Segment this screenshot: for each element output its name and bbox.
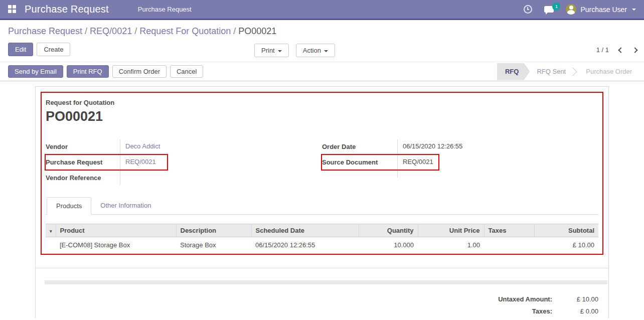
source-document-value: REQ/0021	[397, 155, 439, 170]
print-dropdown-button[interactable]: Print	[254, 44, 289, 57]
navbar-menu-purchase-request[interactable]: Purchase Request	[138, 6, 192, 13]
cancel-button[interactable]: Cancel	[170, 65, 203, 78]
caret-down-icon	[278, 50, 282, 52]
confirm-order-button[interactable]: Confirm Order	[112, 65, 167, 78]
cell-unit-price: 1.00	[418, 237, 484, 253]
field-vendor: Vendor Deco Addict	[46, 139, 322, 154]
statusbar: Send by Email Print RFQ Confirm Order Ca…	[0, 62, 644, 81]
field-vendor-reference: Vendor Reference	[46, 171, 322, 185]
cell-scheduled-date: 06/15/2020 12:26:55	[251, 237, 359, 253]
create-button[interactable]: Create	[37, 43, 70, 56]
breadcrumb-current: PO00021	[238, 26, 276, 36]
caret-down-icon: ▾	[50, 229, 52, 234]
apps-menu-icon[interactable]	[8, 5, 17, 14]
step-chevron-icon	[569, 67, 577, 76]
document-type-label: Request for Quotation	[46, 99, 598, 106]
vendor-reference-label: Vendor Reference	[46, 174, 120, 182]
column-product[interactable]: Product	[56, 224, 176, 237]
table-header-row: ▾ Product Description Scheduled Date Qua…	[46, 224, 598, 237]
pager-counter: 1 / 1	[596, 46, 609, 54]
send-by-email-button[interactable]: Send by Email	[8, 65, 63, 78]
breadcrumb-separator	[82, 26, 90, 36]
column-taxes[interactable]: Taxes	[484, 224, 534, 237]
print-rfq-button[interactable]: Print RFQ	[67, 65, 109, 78]
column-subtotal[interactable]: Subtotal	[534, 224, 598, 237]
total-taxes: Taxes: £ 0.00	[36, 307, 598, 315]
print-label: Print	[261, 47, 275, 54]
column-description[interactable]: Description	[176, 224, 251, 237]
messages-button[interactable]: 1	[544, 6, 554, 13]
cell-quantity: 10.000	[359, 237, 418, 253]
breadcrumb-purchase-request[interactable]: Purchase Request	[8, 26, 82, 36]
vendor-reference-value	[120, 171, 322, 185]
message-count-badge: 1	[552, 3, 560, 11]
user-avatar	[566, 4, 576, 15]
breadcrumb-separator	[132, 26, 139, 36]
annotation-highlight-sheet: Request for Quotation PO00021 Vendor Dec…	[41, 92, 603, 255]
taxes-label: Taxes:	[532, 307, 552, 315]
column-quantity[interactable]: Quantity	[359, 224, 418, 237]
edit-button[interactable]: Edit	[8, 43, 33, 56]
cell-product: [E-COM08] Storage Box	[56, 237, 176, 253]
breadcrumb-req-0021[interactable]: REQ/0021	[90, 26, 132, 36]
cell-subtotal: £ 10.00	[534, 237, 598, 253]
untaxed-amount-value: £ 10.00	[552, 295, 598, 303]
breadcrumb-request-for-quotation[interactable]: Request For Quotation	[139, 26, 231, 36]
breadcrumb: Purchase RequestREQ/0021Request For Quot…	[8, 26, 636, 37]
user-menu-caret-icon	[632, 9, 636, 11]
user-menu[interactable]: Purchase User	[566, 4, 636, 15]
field-spacer	[322, 171, 598, 178]
caret-down-icon	[324, 50, 328, 52]
tab-other-information[interactable]: Other Information	[91, 197, 160, 214]
vendor-value-link[interactable]: Deco Addict	[125, 142, 160, 150]
document-name: PO00021	[46, 109, 598, 124]
status-step-rfq-sent[interactable]: RFQ Sent	[530, 68, 569, 75]
field-purchase-request annotation-highlight: Purchase Request REQ/0021	[45, 154, 168, 171]
order-lines-table: ▾ Product Description Scheduled Date Qua…	[46, 224, 598, 253]
breadcrumb-separator	[231, 26, 238, 36]
pager: 1 / 1	[596, 46, 637, 54]
status-step-rfq[interactable]: RFQ	[497, 63, 530, 80]
vendor-label: Vendor	[46, 143, 120, 150]
sheet-bottom-border	[36, 268, 608, 268]
activities-clock-icon[interactable]	[524, 5, 532, 14]
tab-products[interactable]: Products	[47, 197, 91, 215]
column-toggle-button[interactable]: ▾	[46, 224, 56, 237]
action-label: Action	[303, 47, 321, 54]
purchase-request-label: Purchase Request	[46, 158, 120, 166]
cell-taxes	[484, 237, 534, 253]
totals-block: Untaxed Amount: £ 10.00 Taxes: £ 0.00	[36, 295, 608, 315]
top-navbar: Purchase Request Purchase Request 1 Purc…	[0, 0, 644, 20]
taxes-value: £ 0.00	[552, 307, 598, 315]
control-panel: Purchase RequestREQ/0021Request For Quot…	[0, 20, 644, 62]
purchase-request-value-link[interactable]: REQ/0021	[125, 158, 156, 166]
action-dropdown-button[interactable]: Action	[296, 44, 335, 57]
table-row[interactable]: [E-COM08] Storage Box Storage Box 06/15/…	[46, 237, 598, 253]
total-untaxed-amount: Untaxed Amount: £ 10.00	[36, 295, 598, 303]
form-sheet: Request for Quotation PO00021 Vendor Dec…	[35, 86, 609, 318]
order-date-label: Order Date	[322, 143, 397, 150]
separator-bar	[45, 280, 607, 284]
source-document-label: Source Document	[322, 158, 397, 166]
app-brand[interactable]: Purchase Request	[25, 4, 109, 15]
status-steps: RFQ RFQ Sent Purchase Order	[497, 62, 634, 81]
pager-previous-icon[interactable]	[618, 47, 623, 53]
column-unit-price[interactable]: Unit Price	[418, 224, 484, 237]
order-date-value: 06/15/2020 12:26:55	[397, 139, 598, 154]
column-scheduled-date[interactable]: Scheduled Date	[251, 224, 359, 237]
field-source-document annotation-highlight: Source Document REQ/0021	[321, 154, 439, 171]
user-name: Purchase User	[580, 6, 627, 14]
cell-description: Storage Box	[176, 237, 251, 253]
pager-next-icon[interactable]	[632, 47, 637, 53]
field-order-date: Order Date 06/15/2020 12:26:55	[322, 139, 598, 154]
status-step-purchase-order[interactable]: Purchase Order	[579, 68, 634, 75]
notebook-tabs: Products Other Information	[46, 197, 598, 215]
untaxed-amount-label: Untaxed Amount:	[498, 295, 552, 303]
form-view: Request for Quotation PO00021 Vendor Dec…	[0, 86, 644, 320]
field-grid: Vendor Deco Addict Purchase Request REQ/…	[46, 139, 598, 185]
